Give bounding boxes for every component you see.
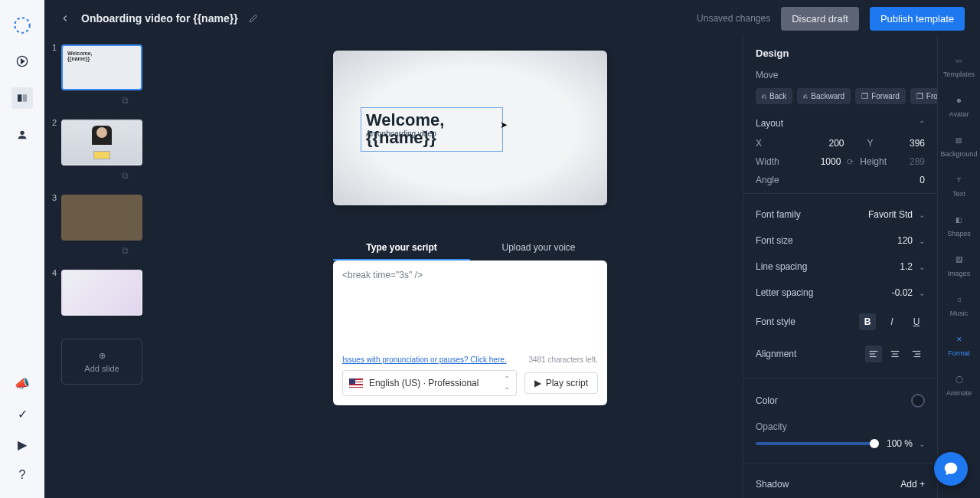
font-style-label: Font style — [756, 316, 795, 327]
slide-thumb-3[interactable] — [61, 195, 142, 241]
move-front-button[interactable]: ❐Front — [910, 88, 937, 104]
width-label: Width — [756, 156, 802, 167]
back-arrow-icon[interactable] — [60, 13, 70, 24]
topbar: Onboarding video for {{name}} Unsaved ch… — [44, 0, 980, 37]
templates-tab[interactable]: ▭Templates — [942, 48, 977, 84]
pronunciation-help-link[interactable]: Issues with pronunciation or pauses? Cli… — [342, 355, 507, 364]
format-tab[interactable]: ✕Format — [942, 326, 977, 363]
selected-text-box[interactable]: Welcome, An onboarding video {{name}} — [361, 107, 503, 152]
slide-thumb-2[interactable] — [61, 120, 142, 165]
opacity-label: Opacity — [756, 421, 925, 432]
font-family-value: Favorit Std — [868, 209, 913, 220]
music-tab[interactable]: ♫Music — [942, 287, 977, 323]
background-icon: ▨ — [952, 133, 966, 147]
italic-button[interactable]: I — [884, 313, 900, 330]
link-icon[interactable]: ⟳ — [847, 157, 854, 167]
publish-template-button[interactable]: Publish template — [870, 7, 965, 31]
slide-number: 4 — [52, 268, 57, 277]
width-value[interactable]: 1000 — [821, 156, 841, 167]
play-nav-icon[interactable] — [15, 54, 30, 69]
voice-select[interactable]: English (US) · Professional ⌃⌄ — [342, 370, 517, 396]
line-spacing-row[interactable]: Line spacing1.2⌄ — [756, 254, 925, 280]
letter-spacing-label: Letter spacing — [756, 287, 813, 298]
editor-nav-icon[interactable] — [11, 87, 33, 109]
shadow-label: Shadow — [756, 479, 789, 490]
angle-label: Angle — [756, 175, 802, 185]
add-slide-button[interactable]: ⊕ Add slide — [61, 339, 142, 385]
animate-tab[interactable]: ◯Animate — [942, 366, 977, 403]
background-tab[interactable]: ▨Background — [942, 127, 977, 164]
y-value[interactable]: 396 — [910, 138, 925, 149]
canvas-column: Welcome, An onboarding video {{name}} ➤ … — [198, 37, 743, 498]
slider-thumb[interactable] — [870, 439, 879, 448]
images-icon: 🖼 — [952, 253, 966, 267]
page-title: Onboarding video for {{name}} — [81, 12, 238, 25]
images-tab[interactable]: 🖼Images — [942, 247, 977, 283]
music-icon: ♫ — [952, 293, 966, 306]
play-icon: ▶ — [534, 378, 541, 388]
text-subtitle: An onboarding video — [366, 129, 436, 138]
align-center-button[interactable] — [887, 346, 903, 362]
voice-label: English (US) · Professional — [369, 378, 479, 388]
logo-icon — [12, 15, 32, 35]
person-nav-icon[interactable] — [15, 127, 30, 143]
canvas[interactable]: Welcome, An onboarding video {{name}} ➤ — [333, 51, 607, 205]
check-icon[interactable]: ✓ — [15, 406, 30, 421]
slide-2[interactable]: 2 ⧉ — [54, 120, 188, 181]
move-backward-button[interactable]: ⎌Backward — [797, 88, 851, 104]
x-value[interactable]: 200 — [828, 138, 844, 149]
front-icon: ❐ — [916, 92, 923, 100]
angle-value[interactable]: 0 — [920, 175, 925, 185]
transition-icon[interactable]: ⧉ — [61, 245, 188, 256]
slide-thumb-4[interactable] — [61, 270, 142, 316]
line-spacing-label: Line spacing — [756, 261, 807, 272]
alignment-label: Alignment — [756, 349, 796, 359]
move-back-button[interactable]: ⎌Back — [756, 88, 792, 104]
font-size-label: Font size — [756, 235, 793, 246]
text-tab[interactable]: TText — [942, 167, 977, 204]
letter-spacing-value: -0.02 — [892, 287, 913, 298]
discard-draft-button[interactable]: Discard draft — [781, 7, 859, 31]
edit-title-icon[interactable] — [249, 14, 258, 23]
color-label: Color — [756, 395, 778, 406]
underline-button[interactable]: U — [908, 313, 925, 330]
tab-upload-voice[interactable]: Upload your voice — [470, 236, 607, 260]
color-swatch[interactable] — [911, 394, 925, 408]
bold-button[interactable]: B — [859, 313, 876, 330]
layout-label: Layout — [756, 118, 783, 129]
align-right-button[interactable] — [908, 346, 925, 362]
height-value[interactable]: 289 — [910, 156, 925, 167]
design-panel: Design Move ⎌Back ⎌Backward ❐Forward ❐Fr… — [743, 37, 937, 498]
opacity-slider[interactable] — [756, 442, 879, 445]
font-size-row[interactable]: Font size120⌄ — [756, 228, 925, 254]
letter-spacing-row[interactable]: Letter spacing-0.02⌄ — [756, 280, 925, 306]
slide-4[interactable]: 4 — [54, 270, 188, 316]
help-icon[interactable]: ? — [15, 467, 30, 483]
layout-header[interactable]: Layout ⌃ — [756, 118, 925, 129]
move-forward-button[interactable]: ❐Forward — [855, 88, 906, 104]
font-family-row[interactable]: Font familyFavorit Std⌄ — [756, 201, 925, 228]
opacity-value: 100 % — [887, 438, 913, 449]
select-chevrons-icon: ⌃⌄ — [504, 375, 510, 391]
transition-icon[interactable]: ⧉ — [61, 95, 188, 106]
play-script-button[interactable]: ▶ Play script — [524, 372, 598, 394]
script-box: Issues with pronunciation or pauses? Cli… — [333, 260, 607, 405]
text-line-1: Welcome, — [366, 111, 498, 129]
video-icon[interactable]: ▶ — [15, 437, 30, 452]
slides-panel: 1 Welcome, {{name}} ⧉ 2 ⧉ 3 ⧉ — [44, 37, 198, 498]
tab-type-script[interactable]: Type your script — [333, 236, 470, 260]
avatar-tab[interactable]: ☻Avatar — [942, 87, 977, 124]
slide-thumb-1[interactable]: Welcome, {{name}} — [61, 44, 142, 90]
shadow-add-button[interactable]: Add + — [900, 479, 925, 490]
align-left-button[interactable] — [865, 346, 882, 362]
chevron-down-icon: ⌄ — [919, 440, 925, 448]
chevron-down-icon: ⌄ — [919, 289, 925, 297]
forward-icon: ❐ — [861, 92, 868, 100]
script-textarea[interactable] — [342, 270, 598, 352]
shapes-tab[interactable]: ◧Shapes — [942, 207, 977, 244]
megaphone-icon[interactable]: 📣 — [15, 375, 30, 391]
chat-bubble-button[interactable] — [934, 452, 968, 486]
transition-icon[interactable]: ⧉ — [61, 170, 188, 181]
slide-1[interactable]: 1 Welcome, {{name}} ⧉ — [54, 44, 188, 106]
slide-3[interactable]: 3 ⧉ — [54, 195, 188, 256]
